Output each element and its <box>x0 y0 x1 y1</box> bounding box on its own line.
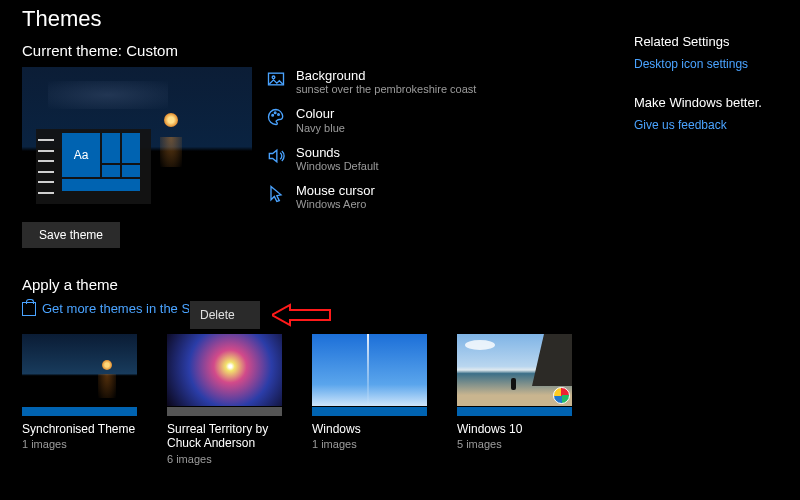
page-title: Themes <box>22 6 800 32</box>
make-better-heading: Make Windows better. <box>634 95 784 110</box>
save-theme-button[interactable]: Save theme <box>22 222 120 248</box>
sounds-value: Windows Default <box>296 160 379 172</box>
picture-icon <box>266 69 286 89</box>
colour-value: Navy blue <box>296 122 345 134</box>
sounds-property[interactable]: Sounds Windows Default <box>266 146 476 172</box>
svg-point-3 <box>274 112 276 114</box>
cursor-property[interactable]: Mouse cursor Windows Aero <box>266 184 476 210</box>
theme-preview[interactable]: Aa <box>22 67 252 212</box>
accent-tile: Aa <box>62 133 100 177</box>
theme-count: 5 images <box>457 438 572 450</box>
theme-card-windows[interactable]: Windows 1 images <box>312 334 427 465</box>
theme-name: Synchronised Theme <box>22 422 137 436</box>
theme-grid: Synchronised Theme 1 images Surreal Terr… <box>22 334 800 465</box>
svg-point-1 <box>272 76 275 79</box>
theme-card-windows10[interactable]: Windows 10 5 images <box>457 334 572 465</box>
right-sidebar: Related Settings Desktop icon settings M… <box>634 34 784 156</box>
svg-point-2 <box>272 115 274 117</box>
colour-property[interactable]: Colour Navy blue <box>266 107 476 133</box>
speaker-icon <box>266 146 286 166</box>
theme-count: 1 images <box>312 438 427 450</box>
background-property[interactable]: Background sunset over the pembrokeshire… <box>266 69 476 95</box>
theme-name: Windows 10 <box>457 422 572 436</box>
theme-name: Surreal Territory by Chuck Anderson <box>167 422 282 451</box>
desktop-icon-settings-link[interactable]: Desktop icon settings <box>634 57 784 71</box>
background-value: sunset over the pembrokeshire coast <box>296 83 476 95</box>
cursor-value: Windows Aero <box>296 198 375 210</box>
theme-card-synchronised[interactable]: Synchronised Theme 1 images <box>22 334 137 465</box>
theme-card-surreal[interactable]: Surreal Territory by Chuck Anderson 6 im… <box>167 334 282 465</box>
feedback-link[interactable]: Give us feedback <box>634 118 784 132</box>
theme-count: 6 images <box>167 453 282 465</box>
svg-point-4 <box>278 114 280 116</box>
cursor-label: Mouse cursor <box>296 184 375 198</box>
store-icon <box>22 302 36 316</box>
svg-marker-5 <box>272 305 330 325</box>
palette-icon <box>266 107 286 127</box>
start-menu-preview: Aa <box>36 129 151 204</box>
background-label: Background <box>296 69 476 83</box>
colour-label: Colour <box>296 107 345 121</box>
apply-theme-heading: Apply a theme <box>22 276 800 293</box>
theme-properties: Background sunset over the pembrokeshire… <box>266 67 476 211</box>
theme-name: Windows <box>312 422 427 436</box>
context-menu-delete[interactable]: Delete <box>190 301 260 329</box>
cursor-icon <box>266 184 286 204</box>
personalize-chip-icon <box>553 387 570 404</box>
sounds-label: Sounds <box>296 146 379 160</box>
theme-count: 1 images <box>22 438 137 450</box>
related-settings-heading: Related Settings <box>634 34 784 49</box>
arrow-annotation <box>272 303 332 327</box>
store-link[interactable]: Get more themes in the Store <box>42 301 213 316</box>
